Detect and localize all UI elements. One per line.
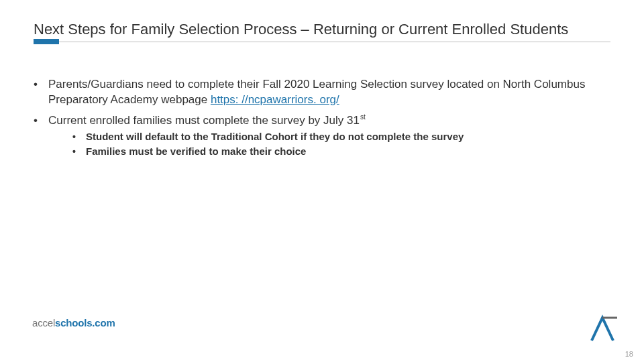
slide-title: Next Steps for Family Selection Process … [34, 20, 610, 39]
survey-link[interactable]: https: //ncpawarriors. org/ [211, 93, 339, 106]
sub-bullet-item: Student will default to the Traditional … [72, 130, 610, 143]
brand-word-1: accel [32, 317, 55, 328]
bullet-text-pre: Current enrolled families must complete … [48, 113, 360, 129]
sub-bullet-text: Student will default to the Traditional … [83, 130, 610, 143]
title-underline [34, 42, 610, 42]
bullet-text: Parents/Guardians need to complete their… [46, 77, 610, 108]
bullet-icon [34, 113, 46, 160]
logo-icon [588, 314, 617, 343]
title-block: Next Steps for Family Selection Process … [34, 20, 610, 42]
bullet-item: Current enrolled families must complete … [34, 113, 610, 160]
content-area: Parents/Guardians need to complete their… [34, 77, 610, 165]
bullet-icon [34, 77, 46, 108]
bullet-icon [72, 145, 83, 158]
bullet-text: Current enrolled families must complete … [46, 113, 610, 160]
bullet-item: Parents/Guardians need to complete their… [34, 77, 610, 108]
bullet-icon [72, 130, 83, 143]
page-number: 18 [625, 350, 633, 358]
brand-word-2: schools.com [55, 317, 115, 328]
footer-brand: accelschools.com [32, 317, 115, 328]
ordinal-suffix: st [360, 114, 366, 121]
sub-bullet-list: Student will default to the Traditional … [72, 130, 610, 159]
title-accent-bar [34, 39, 59, 44]
slide: Next Steps for Family Selection Process … [0, 0, 644, 362]
sub-bullet-text: Families must be verified to make their … [83, 145, 610, 158]
sub-bullet-item: Families must be verified to make their … [72, 145, 610, 158]
